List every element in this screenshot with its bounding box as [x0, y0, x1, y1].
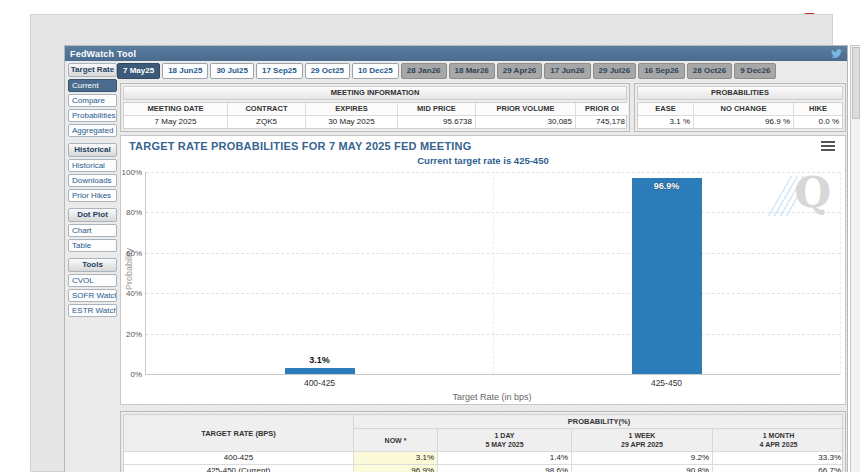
probability-history-header: TARGET RATE (BPS) PROBABILITY(%) NOW *1 … [124, 415, 842, 451]
sidebar-item-chart[interactable]: Chart [68, 224, 117, 237]
history-rate-cell: 400-425 [124, 452, 354, 464]
probability-chart: TARGET RATE PROBABILITIES FOR 7 MAY 2025… [120, 135, 846, 405]
probability-summary-header: EASE [638, 103, 694, 115]
twitter-icon[interactable] [831, 48, 842, 59]
meeting-info-header-row: MEETING DATECONTRACTEXPIRESMID PRICEPRIO… [124, 103, 626, 115]
history-col-header: 1 MONTH4 APR 2025 [713, 429, 844, 451]
history-col-header: 1 WEEK29 APR 2025 [572, 429, 713, 451]
sidebar-section-dot-plot: Dot Plot [68, 208, 117, 222]
sidebar-item-prior-hikes[interactable]: Prior Hikes [68, 189, 117, 202]
y-tick-label: 40% [126, 289, 142, 298]
meeting-information-panel: MEETING INFORMATION MEETING DATECONTRACT… [120, 83, 630, 132]
sidebar-item-aggregated[interactable]: Aggregated [68, 124, 117, 137]
history-col-header-line2: 29 APR 2025 [621, 440, 663, 449]
tab-7-may25[interactable]: 7 May25 [117, 63, 160, 79]
probabilities-header-row: EASENO CHANGEHIKE [638, 103, 842, 115]
chart-menu-icon[interactable] [821, 141, 835, 153]
probability-group-header: PROBABILITY(%) [354, 415, 844, 429]
tab-9-dec26[interactable]: 9 Dec26 [734, 63, 776, 79]
probability-summary-value: 0.0 % [794, 116, 842, 128]
sidebar-item-estr-watch[interactable]: ESTR Watch [68, 304, 117, 317]
x-category-label: 400-425 [304, 378, 335, 388]
meeting-info-col-header: EXPIRES [306, 103, 398, 115]
chart-title: TARGET RATE PROBABILITIES FOR 7 MAY 2025… [129, 140, 471, 152]
history-prob-cell: 1.4% [438, 452, 572, 464]
history-col-header-line2: 4 APR 2025 [760, 440, 798, 449]
tab-29-jul26[interactable]: 29 Jul26 [593, 63, 637, 79]
sidebar-item-compare[interactable]: Compare [68, 94, 117, 107]
meeting-info-col-header: CONTRACT [228, 103, 306, 115]
sidebar-section-target-rate: Target Rate [68, 63, 117, 77]
y-tick-label: 80% [126, 208, 142, 217]
bar-data-label: 3.1% [309, 355, 330, 365]
sidebar-item-cvol[interactable]: CVOL [68, 274, 117, 287]
fedwatch-embed-region: FedWatch Tool 7 May2518 Jun2530 Jul2517 … [30, 14, 833, 472]
probability-history-panel: TARGET RATE (BPS) PROBABILITY(%) NOW *1 … [120, 411, 846, 472]
sidebar-section-historical: Historical [68, 143, 117, 157]
history-rate-cell: 425-450 (Current) [124, 465, 354, 472]
sidebar-item-table[interactable]: Table [68, 239, 117, 252]
meeting-info-col-header: PRIOR VOLUME [476, 103, 576, 115]
page-scrollbar[interactable] [850, 45, 860, 472]
tab-18-mar26[interactable]: 18 Mar26 [449, 63, 495, 79]
history-table-row: 425-450 (Current)96.9%98.6%90.8%66.7% [124, 464, 842, 472]
tab-28-oct26[interactable]: 28 Oct26 [687, 63, 732, 79]
fedwatch-widget: FedWatch Tool 7 May2518 Jun2530 Jul2517 … [64, 45, 848, 472]
target-rate-bps-header: TARGET RATE (BPS) [124, 415, 354, 451]
tab-17-jun26[interactable]: 17 Jun26 [544, 63, 590, 79]
history-prob-cell: 9.2% [572, 452, 713, 464]
sidebar-section-tools: Tools [68, 258, 117, 272]
probability-summary-value: 96.9 % [694, 116, 794, 128]
meeting-info-value: 30,085 [476, 116, 576, 128]
bar-data-label: 96.9% [654, 181, 680, 191]
tab-18-jun25[interactable]: 18 Jun25 [162, 63, 208, 79]
meeting-info-col-header: MID PRICE [398, 103, 476, 115]
sidebar-item-downloads[interactable]: Downloads [68, 174, 117, 187]
probability-history-table: TARGET RATE (BPS) PROBABILITY(%) NOW *1 … [123, 414, 843, 472]
tab-16-sep26[interactable]: 16 Sep26 [638, 63, 685, 79]
probabilities-panel: PROBABILITIES EASENO CHANGEHIKE 3.1 %96.… [634, 83, 846, 132]
x-gridline [840, 172, 841, 374]
tab-30-jul25[interactable]: 30 Jul25 [210, 63, 254, 79]
meeting-info-value: 7 May 2025 [124, 116, 228, 128]
tab-10-dec25[interactable]: 10 Dec25 [352, 63, 399, 79]
meeting-date-tabs: 7 May2518 Jun2530 Jul2517 Sep2529 Oct251… [117, 63, 776, 79]
history-prob-cell: 66.7% [713, 465, 844, 472]
sidebar-item-current[interactable]: Current [68, 79, 117, 92]
chart-plot-area: 0%20%40%60%80%100%3.1%400-42596.9%425-45… [145, 172, 840, 375]
meeting-info-value: 745,178 [576, 116, 628, 128]
probability-bar-425-450[interactable] [632, 178, 702, 374]
meeting-info-value-row: 7 May 2025ZQK530 May 202595.673830,08574… [124, 115, 626, 128]
probability-bar-400-425[interactable] [285, 368, 355, 374]
history-table-row: 400-4253.1%1.4%9.2%33.3% [124, 451, 842, 464]
history-prob-cell: 33.3% [713, 452, 844, 464]
y-tick-label: 20% [126, 329, 142, 338]
probability-summary-header: NO CHANGE [694, 103, 794, 115]
tab-29-apr26[interactable]: 29 Apr26 [497, 63, 543, 79]
meeting-info-value: 30 May 2025 [306, 116, 398, 128]
y-tick-label: 60% [126, 248, 142, 257]
y-tick-label: 0% [130, 370, 142, 379]
y-tick-label: 100% [122, 168, 142, 177]
sidebar-item-historical[interactable]: Historical [68, 159, 117, 172]
main-content: MEETING INFORMATION MEETING DATECONTRACT… [120, 83, 846, 472]
history-col-header: NOW * [354, 429, 438, 451]
widget-title: FedWatch Tool [70, 49, 136, 59]
tab-29-oct25[interactable]: 29 Oct25 [305, 63, 350, 79]
sidebar-item-sofr-watch[interactable]: SOFR Watch [68, 289, 117, 302]
history-col-header-line1: 1 DAY [495, 431, 515, 440]
history-col-header-line1: 1 WEEK [629, 431, 656, 440]
history-col-header-line1: NOW * [385, 436, 407, 445]
history-prob-cell: 90.8% [572, 465, 713, 472]
probability-summary-header: HIKE [794, 103, 842, 115]
history-col-header-line1: 1 MONTH [763, 431, 795, 440]
tab-17-sep25[interactable]: 17 Sep25 [256, 63, 303, 79]
cme-q-watermark-icon: Q [779, 170, 831, 222]
sidebar-nav: Target RateCurrentCompareProbabilitiesAg… [68, 63, 117, 319]
meeting-info-value: 95.6738 [398, 116, 476, 128]
x-category-label: 425-450 [651, 378, 682, 388]
sidebar-item-probabilities[interactable]: Probabilities [68, 109, 117, 122]
history-col-header-line2: 5 MAY 2025 [485, 440, 523, 449]
probabilities-title: PROBABILITIES [637, 86, 843, 100]
tab-28-jan26[interactable]: 28 Jan26 [401, 63, 447, 79]
